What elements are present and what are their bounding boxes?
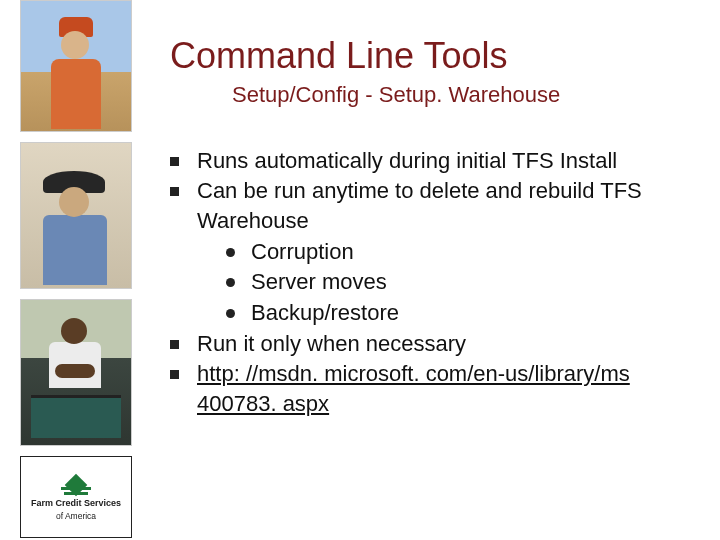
bullet-text: Server moves (251, 267, 690, 297)
photo-farmer-3 (20, 299, 132, 446)
slide: Farm Credit Services of America Command … (0, 0, 720, 540)
sub-bullet-list: Corruption Server moves Backup/restore (226, 237, 690, 328)
bullet-text: Run it only when necessary (197, 329, 690, 359)
photo-farmer-1 (20, 0, 132, 132)
logo-text-line1: Farm Credit Services (31, 499, 121, 509)
square-bullet-icon (170, 187, 179, 196)
sidebar: Farm Credit Services of America (20, 0, 140, 538)
bullet-text: Backup/restore (251, 298, 690, 328)
square-bullet-icon (170, 370, 179, 379)
slide-title: Command Line Tools (170, 36, 690, 76)
logo-text-line2: of America (56, 511, 96, 521)
list-item: Can be run anytime to delete and rebuild… (170, 176, 690, 235)
dot-bullet-icon (226, 309, 235, 318)
list-item: http: //msdn. microsoft. com/en-us/libra… (170, 359, 690, 418)
logo-mark-icon (61, 473, 91, 497)
list-item: Server moves (226, 267, 690, 297)
square-bullet-icon (170, 340, 179, 349)
list-item: Run it only when necessary (170, 329, 690, 359)
bullet-list: Runs automatically during initial TFS In… (170, 146, 690, 419)
photo-farmer-2 (20, 142, 132, 289)
bullet-text: Corruption (251, 237, 690, 267)
dot-bullet-icon (226, 278, 235, 287)
bullet-text: Can be run anytime to delete and rebuild… (197, 176, 690, 235)
list-item: Backup/restore (226, 298, 690, 328)
dot-bullet-icon (226, 248, 235, 257)
content-area: Command Line Tools Setup/Config - Setup.… (170, 36, 690, 420)
bullet-text: Runs automatically during initial TFS In… (197, 146, 690, 176)
slide-subtitle: Setup/Config - Setup. Warehouse (232, 82, 690, 108)
msdn-link[interactable]: http: //msdn. microsoft. com/en-us/libra… (197, 359, 690, 418)
list-item: Runs automatically during initial TFS In… (170, 146, 690, 176)
list-item: Corruption (226, 237, 690, 267)
square-bullet-icon (170, 157, 179, 166)
logo-farm-credit: Farm Credit Services of America (20, 456, 132, 538)
